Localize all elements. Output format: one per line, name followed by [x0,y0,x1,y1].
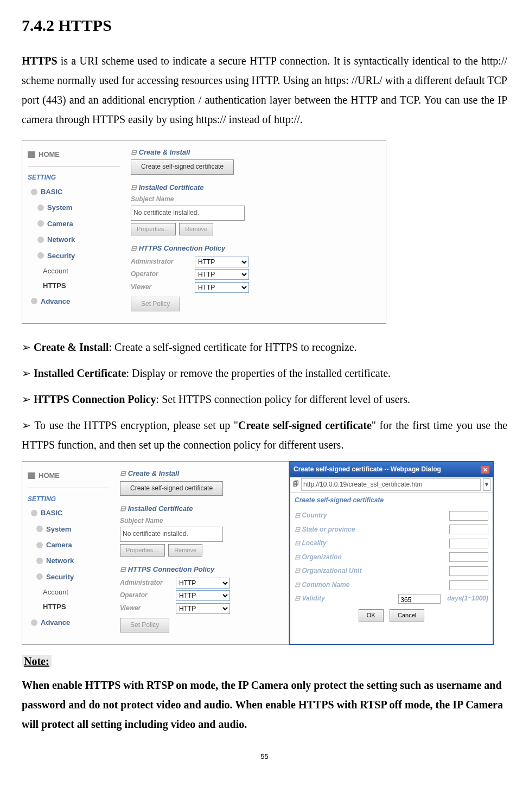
note-label: Note: [22,655,52,667]
settings-pane: Create & Install Create self-signed cert… [120,467,283,639]
field-validity-label: Validity [295,593,394,605]
nav-basic[interactable]: BASIC [28,184,120,200]
create-self-signed-button[interactable]: Create self-signed certificate [131,159,234,175]
properties-button[interactable]: Properties… [131,223,176,236]
field-cn-input[interactable] [449,580,488,590]
bullet-icon [36,573,43,580]
create-cert-dialog: Create self-signed certificate -- Webpag… [289,461,494,645]
intro-paragraph: HTTPS is a URI scheme used to indicate a… [22,51,507,129]
dialog-heading: Create self-signed certificate [290,493,493,509]
role-viewer-label: Viewer [120,603,171,615]
field-org-label: Organization [295,552,445,564]
conn-policy-header: HTTPS Connection Policy [120,563,283,576]
remove-button[interactable]: Remove [179,223,213,236]
nav-item-security[interactable]: Security [28,248,120,264]
nav-advance[interactable]: Advance [28,615,109,630]
role-operator-label: Operator [131,268,190,280]
field-state-label: State or province [295,524,445,536]
field-locality-label: Locality [295,538,445,549]
remove-button[interactable]: Remove [168,544,202,557]
bullet-installed-cert: Installed Certificate: Display or remove… [22,363,507,383]
nav-item-camera[interactable]: Camera [28,537,109,553]
field-validity-input[interactable]: 365 [398,594,441,604]
bullet-icon [37,204,44,211]
admin-policy-select[interactable]: HTTP [176,578,230,589]
nav-home[interactable]: HOME [28,467,109,488]
home-icon [28,151,35,158]
viewer-policy-select[interactable]: HTTP [176,603,230,614]
nav-sub-account[interactable]: Account [28,264,120,278]
create-install-header: Create & Install [131,146,380,158]
page-icon: 🗐 [292,478,299,491]
subject-name-field: No certificate installed. [120,527,223,542]
field-country-input[interactable] [449,511,488,521]
set-policy-button[interactable]: Set Policy [131,297,180,312]
subject-name-label: Subject Name [120,515,283,527]
nav-sub-account[interactable]: Account [28,585,109,599]
nav-advance[interactable]: Advance [28,293,120,309]
folder-icon [31,298,37,304]
https-dialog-screenshot: HOME SETTING BASIC System Camera Network… [22,461,494,645]
intro-strong: HTTPS [22,55,58,67]
field-ou-input[interactable] [449,566,488,576]
field-cn-label: Common Name [295,579,445,591]
field-locality-input[interactable] [449,539,488,548]
note-text: When enable HTTPS with RTSP on mode, the… [22,675,507,734]
set-policy-button[interactable]: Set Policy [120,618,169,633]
operator-policy-select[interactable]: HTTP [195,269,249,280]
create-install-header: Create & Install [120,467,283,479]
ok-button[interactable]: OK [359,609,384,622]
dialog-title: Create self-signed certificate -- Webpag… [294,464,441,476]
home-icon [28,472,35,479]
role-viewer-label: Viewer [131,282,190,293]
bullet-create-install: Create & Install: Create a self-signed c… [22,337,507,357]
installed-cert-header: Installed Certificate [120,502,283,515]
viewer-policy-select[interactable]: HTTP [195,282,249,293]
field-country-label: Country [295,510,445,522]
nav-item-camera[interactable]: Camera [28,216,120,232]
folder-icon [31,510,37,516]
properties-button[interactable]: Properties… [120,544,165,557]
nav-sub-https[interactable]: HTTPS [28,278,120,293]
nav-setting-label: SETTING [28,172,120,184]
intro-rest: is a URI scheme used to indicate a secur… [22,55,507,125]
admin-policy-select[interactable]: HTTP [195,257,249,267]
bullet-icon [36,542,43,548]
nav-item-network[interactable]: Network [28,232,120,247]
role-operator-label: Operator [120,590,171,602]
bullet-icon [37,252,44,259]
nav-setting-label: SETTING [28,494,109,506]
create-self-signed-button[interactable]: Create self-signed certificate [120,481,223,496]
close-icon[interactable]: ✕ [481,466,489,474]
dialog-url: http://10.0.0.19/create_ssl_certificate.… [301,478,481,491]
operator-policy-select[interactable]: HTTP [176,590,230,601]
conn-policy-header: HTTPS Connection Policy [131,242,380,254]
settings-pane: Create & Install Create self-signed cert… [131,146,380,318]
dialog-address-bar: 🗐 http://10.0.0.19/create_ssl_certificat… [290,477,493,493]
bullet-usage: To use the HTTPS encryption, please set … [22,415,507,455]
section-heading: 7.4.2 HTTPS [22,11,507,40]
nav-home[interactable]: HOME [28,146,120,167]
field-org-input[interactable] [449,552,488,562]
bullet-conn-policy: HTTPS Connection Policy: Set HTTPS conne… [22,389,507,409]
nav-basic[interactable]: BASIC [28,505,109,521]
folder-icon [31,189,37,195]
nav-item-network[interactable]: Network [28,553,109,568]
folder-icon [31,619,37,626]
dropdown-icon[interactable]: ▾ [483,478,490,491]
bullet-icon [37,220,44,227]
nav-sidebar: HOME SETTING BASIC System Camera Network… [28,146,120,318]
page-number: 55 [22,750,507,763]
dialog-titlebar: Create self-signed certificate -- Webpag… [290,462,493,477]
bullet-icon [36,526,43,532]
cancel-button[interactable]: Cancel [390,609,424,622]
nav-item-system[interactable]: System [28,521,109,537]
nav-item-system[interactable]: System [28,200,120,215]
role-admin-label: Administrator [120,577,171,589]
days-label: days(1~1000) [447,593,488,605]
field-state-input[interactable] [449,525,488,534]
subject-name-field: No certificate installed. [131,206,245,221]
nav-item-security[interactable]: Security [28,569,109,585]
nav-sub-https[interactable]: HTTPS [28,599,109,614]
field-ou-label: Organizational Unit [295,565,445,577]
